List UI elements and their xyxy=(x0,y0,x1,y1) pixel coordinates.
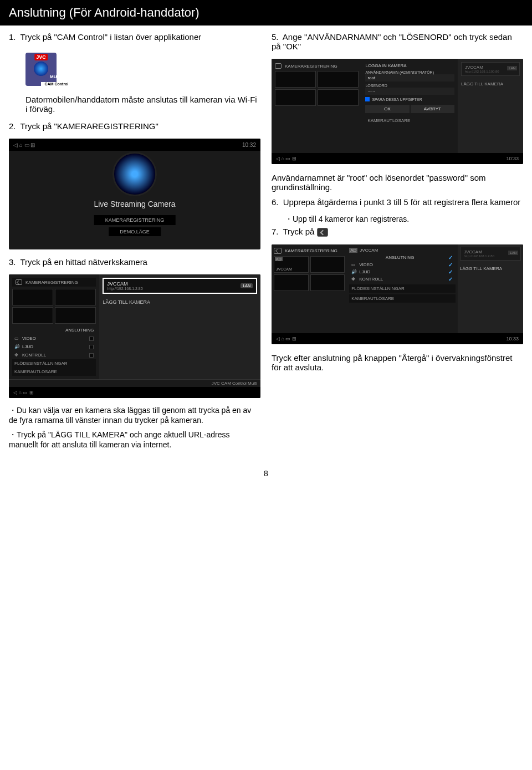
camera-slot-4b[interactable] xyxy=(318,89,359,106)
root-password-note: Användarnamnet är "root" och lösenordet … xyxy=(272,173,523,192)
android-nav-bar-2: ◁ ⌂ ▭ ⊞ xyxy=(9,387,260,398)
camera-slot-3[interactable] xyxy=(12,307,53,324)
step-1-num: 1. xyxy=(9,32,16,42)
step-1: 1. Tryck på "CAM Control" i listan över … xyxy=(9,32,260,42)
camera-slot-1[interactable] xyxy=(12,289,53,305)
anslutning-row-2: ANSLUTNING✓ xyxy=(349,254,456,261)
login-screenshot: KAMERAREGISTRERING LOGGA IN KAMERA ANVÄN… xyxy=(272,59,523,164)
anslutning-row: ANSLUTNING xyxy=(12,326,96,334)
step-5: 5. Ange "ANVÄNDARNAMN" och "LÖSENORD" oc… xyxy=(272,32,523,51)
lan-badge: LAN xyxy=(241,283,253,288)
page-number: 8 xyxy=(0,458,532,489)
step-6-sub: ・Upp till 4 kameror kan registreras. xyxy=(285,215,523,225)
live-title: Live Streaming Camera xyxy=(9,200,260,208)
step-3-num: 3. xyxy=(9,257,16,267)
wifi-note: Datormobilen/handdatorn måste anslutas t… xyxy=(25,95,260,114)
password-label: LÖSENORD xyxy=(365,84,454,88)
step-2: 2. Tryck på "KAMERAREGISTRERING" xyxy=(9,121,260,131)
camera-slot-3b[interactable] xyxy=(275,89,316,106)
multi-label: MULTI xyxy=(41,74,72,79)
registration-screenshot: KAMERAREGISTRERING ANSLUTNING ▭VIDEO 🔊LJ… xyxy=(9,274,260,398)
cam-control-label: CAM Control xyxy=(41,82,72,86)
android-nav-bar: ◁ ⌂ ▭ ⊞ 10:32 xyxy=(9,139,260,151)
live-streaming-screenshot: Live Streaming Camera KAMERAREGISTRERING… xyxy=(9,139,260,249)
username-input[interactable]: root xyxy=(365,74,454,81)
avbryt-button[interactable]: AVBRYT xyxy=(411,105,454,113)
nav-icons: ◁ ⌂ ▭ ⊞ xyxy=(13,142,35,148)
kamutl-label: KAMERAUTLÖSARE xyxy=(365,116,454,125)
final-header: KAMERAREGISTRERING xyxy=(274,247,345,256)
step-1-text: Tryck på "CAM Control" i listan över app… xyxy=(20,32,201,42)
back-icon-2[interactable] xyxy=(275,63,282,69)
kamutl-row[interactable]: KAMERAUTLÖSARE xyxy=(12,368,96,376)
final-screenshot: KAMERAREGISTRERING ADJVCCAM ADJVCCAM ANS… xyxy=(272,244,523,344)
step-5-num: 5. xyxy=(272,32,279,42)
camera-slot-1c[interactable]: ADJVCCAM xyxy=(274,256,309,273)
password-input[interactable]: ······ xyxy=(365,88,454,95)
clock: 10:32 xyxy=(242,142,256,148)
save-checkbox[interactable]: SPARA DESSA UPPGIFTER xyxy=(365,97,454,101)
camera-slot-2[interactable] xyxy=(55,289,96,305)
camera-slot-3c[interactable] xyxy=(274,274,309,291)
reg-header: KAMERAREGISTRERING xyxy=(12,278,96,287)
lagg-till-kamera-button-3[interactable]: LÄGG TILL KAMERA xyxy=(460,264,521,273)
found-camera-grayed: JVCCAM http://192.168.1.100:80 LAN xyxy=(461,62,520,76)
camera-slot-4[interactable] xyxy=(55,307,96,324)
ljud-row-2[interactable]: 🔊LJUD✓ xyxy=(349,268,456,276)
video-row-2[interactable]: ▭VIDEO✓ xyxy=(349,261,456,268)
checkbox-icon xyxy=(365,97,370,101)
step-2-text: Tryck på "KAMERAREGISTRERING" xyxy=(20,121,158,131)
step-7: 7. Tryck på xyxy=(272,227,523,237)
step-5-text: Ange "ANVÄNDARNAMN" och "LÖSENORD" och t… xyxy=(272,32,512,51)
bullet-note-1: ・Du kan välja var en kamera ska läggas t… xyxy=(9,406,260,425)
right-column: 5. Ange "ANVÄNDARNAMN" och "LÖSENORD" oc… xyxy=(272,32,523,451)
username-label: ANVÄNDARNAMN (ADMINISTRATÖR) xyxy=(365,70,454,74)
camera-slot-2c[interactable] xyxy=(310,256,345,273)
kontroll-row[interactable]: ✥KONTROLL xyxy=(12,351,96,359)
lagg-till-kamera-button[interactable]: LÄGG TILL KAMERA xyxy=(103,297,257,307)
found-camera-item[interactable]: JVCCAM http://192.168.1.2:80 LAN xyxy=(103,278,257,294)
step-3-text: Tryck på en hittad nätverkskamera xyxy=(20,257,147,267)
taskbar-label: JVC CAM Control Multi xyxy=(9,379,260,387)
back-icon-inline xyxy=(317,228,328,237)
jvc-badge: JVC xyxy=(34,54,48,60)
demo-lage-button[interactable]: DEMO.LÄGE xyxy=(109,227,161,236)
camera-slot-2b[interactable] xyxy=(318,71,359,88)
flodes-row-2[interactable]: FLÖDESINSTÄLLNINGAR xyxy=(349,284,456,293)
login-dialog-title: LOGGA IN KAMERA xyxy=(365,62,454,70)
cam-control-app-icon[interactable]: JVC MULTI CAM Control xyxy=(25,53,57,86)
flodes-row[interactable]: FLÖDESINSTÄLLNINGAR xyxy=(12,359,96,368)
lens-big-icon xyxy=(112,152,157,196)
back-icon[interactable] xyxy=(16,279,22,285)
kameraregistrering-button[interactable]: KAMERAREGISTRERING xyxy=(94,215,176,225)
kamutl-row-2[interactable]: KAMERAUTLÖSARE xyxy=(349,294,456,303)
lagg-till-kamera-button-2[interactable]: LÄGG TILL KAMERA xyxy=(461,79,520,89)
step-6: 6. Upprepa åtgärderna i punkt 3 till 5 f… xyxy=(272,197,523,207)
bullet-note-2: ・Tryck på "LÄGG TILL KAMERA" och ange ak… xyxy=(9,430,260,449)
android-nav-bar-4: ◁ ⌂ ▭ ⊞ 10:33 xyxy=(272,333,523,344)
found-camera-final[interactable]: JVCCAM http://192.168.1.2:80 LAN xyxy=(460,247,521,261)
ljud-row[interactable]: 🔊LJUD xyxy=(12,343,96,351)
camera-slot-4c[interactable] xyxy=(310,274,345,291)
android-nav-bar-3: ◁ ⌂ ▭ ⊞ 10:33 xyxy=(272,153,523,164)
ok-button[interactable]: OK xyxy=(365,105,409,113)
final-note: Tryck efter anslutning på knappen "Återg… xyxy=(272,353,523,372)
page-header: Anslutning (För Android-handdator) xyxy=(0,0,532,26)
step-3: 3. Tryck på en hittad nätverkskamera xyxy=(9,257,260,267)
kontroll-row-2[interactable]: ✥KONTROLL✓ xyxy=(349,276,456,283)
left-column: 1. Tryck på "CAM Control" i listan över … xyxy=(9,32,260,451)
step-2-num: 2. xyxy=(9,121,16,131)
video-row[interactable]: ▭VIDEO xyxy=(12,334,96,343)
camera-slot-1b[interactable] xyxy=(275,71,316,88)
back-icon-3[interactable] xyxy=(274,248,282,254)
